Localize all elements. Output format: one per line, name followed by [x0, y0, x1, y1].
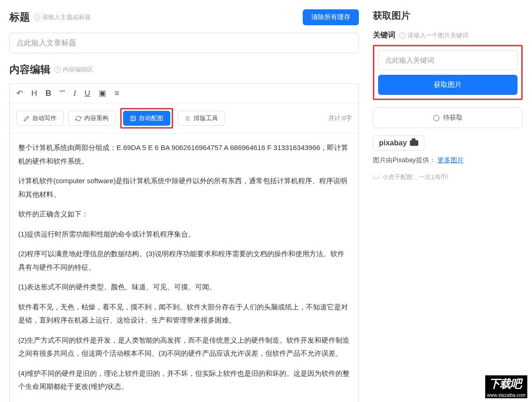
provider-name: pixabay	[379, 139, 407, 147]
content-hint-text: 内容编辑区	[63, 65, 93, 74]
paragraph: (2)生产方式不同的软件是开发，是人类智能的高发挥，而不是传统意义上的硬件制造。…	[18, 334, 350, 360]
underline-icon[interactable]: U	[85, 89, 90, 98]
paragraph: 软件看不见，无色，枯燥，看不见，摸不到，闻不到。软件大部分存在于人们的头脑或纸上…	[18, 301, 350, 327]
paragraph: 软件的正确含义如下：	[18, 208, 350, 221]
more-images-link[interactable]: 更多图片	[437, 156, 464, 164]
keyword-hint: i 请输入一个图片关键词	[399, 31, 468, 40]
paragraph: 计算机软件(computer software)是指计算机系统中除硬件以外的所有…	[18, 174, 350, 201]
undo-icon[interactable]: ↶	[16, 88, 23, 98]
image-fetch-panel: 获取图片 关键词 i 请输入一个图片关键词 获取图片 待获取 pixabay 图…	[368, 0, 532, 402]
rebuild-label: 内容重构	[84, 114, 109, 122]
paragraph: (2)程序可以满意地处理信息的数据结构。(3)说明程序功能要求和程序需要的文档的…	[18, 247, 350, 274]
auto-image-label: 自动配图	[139, 114, 163, 122]
image-icon[interactable]: ▣	[99, 88, 106, 98]
pencil-icon	[23, 115, 29, 122]
layout-tool-label: 排版工具	[194, 114, 218, 122]
paragraph: (1)提供运行时所需功能和性能的命令或计算机程序集合。	[18, 228, 350, 241]
title-label: 标题	[9, 10, 30, 24]
status-label: 待获取	[443, 114, 463, 122]
watermark: 下载吧 www.xiazaiba.com	[485, 375, 527, 398]
article-title-input[interactable]	[9, 33, 359, 53]
title-hint-text: 请输入主题或标题	[42, 13, 91, 22]
footer-note: 小虎子配图，一次1淘币!	[373, 173, 523, 181]
camera-icon	[410, 140, 418, 146]
footer-text: 小虎子配图，一次1淘币!	[382, 173, 448, 181]
provider-line: 图片由Pixabay提供： 更多图片	[373, 156, 523, 165]
paragraph: (4)维护不同的硬件是旧的，理论上软件是旧的，并不坏，但实际上软件也是旧的和坏的…	[18, 367, 350, 394]
quote-icon[interactable]: “”	[60, 89, 65, 98]
title-header-row: 标题 i 请输入主题或标题 清除所有缓存	[9, 9, 359, 25]
provider-prefix: 图片由Pixabay提供：	[373, 156, 436, 164]
clear-cache-button[interactable]: 清除所有缓存	[303, 9, 359, 25]
info-icon: i	[34, 14, 40, 21]
layout-tool-button[interactable]: 排版工具	[178, 111, 225, 126]
word-count: 共计:0字	[328, 114, 352, 122]
fetch-image-button[interactable]: 获取图片	[378, 75, 517, 95]
content-label: 内容编辑	[9, 63, 51, 77]
count-prefix: 共计:	[328, 115, 343, 122]
paragraph: 整个计算机系统由两部分组成：E.69DA 5 E 6 BA 9062616964…	[18, 141, 350, 168]
highlight-keyword-panel: 获取图片	[373, 45, 523, 100]
highlight-auto-image: 自动配图	[120, 108, 173, 129]
content-area[interactable]: 整个计算机系统由两部分组成：E.69DA 5 E 6 BA 9062616964…	[10, 134, 358, 402]
heading-icon[interactable]: H	[31, 89, 37, 98]
pixabay-badge: pixabay	[373, 136, 424, 151]
auto-image-button[interactable]: 自动配图	[123, 111, 170, 126]
refresh-icon	[75, 115, 81, 122]
keyword-header: 关键词 i 请输入一个图片关键词	[373, 30, 523, 40]
keyword-hint-text: 请输入一个图片关键词	[408, 31, 468, 40]
info-icon: i	[399, 32, 406, 39]
bold-icon[interactable]: B	[45, 89, 51, 98]
status-button[interactable]: 待获取	[373, 108, 523, 128]
keyword-label: 关键词	[373, 30, 395, 40]
watermark-logo: 下载吧	[485, 375, 527, 392]
main-editor-panel: 标题 i 请输入主题或标题 清除所有缓存 内容编辑 i 内容编辑区 ↶ H B …	[0, 0, 368, 402]
editor-box: ↶ H B “” I U ▣ ≡ 自动写作 内容重构	[9, 83, 359, 402]
auto-write-label: 自动写作	[32, 114, 57, 122]
fetch-title: 获取图片	[373, 9, 523, 22]
watermark-url: www.xiazaiba.com	[485, 392, 527, 398]
italic-icon[interactable]: I	[73, 89, 76, 98]
bowl-icon	[373, 175, 379, 179]
content-header-row: 内容编辑 i 内容编辑区	[9, 63, 359, 77]
format-toolbar: ↶ H B “” I U ▣ ≡	[10, 84, 358, 103]
keyword-input[interactable]	[378, 50, 517, 70]
title-hint: i 请输入主题或标题	[34, 13, 91, 22]
svg-point-1	[132, 117, 133, 118]
content-hint: i 内容编辑区	[54, 65, 93, 74]
layout-icon	[185, 115, 191, 122]
align-icon[interactable]: ≡	[115, 89, 119, 98]
circle-icon	[433, 115, 439, 121]
info-icon: i	[54, 66, 61, 73]
action-toolbar: 自动写作 内容重构 自动配图 排版工具	[10, 103, 358, 134]
paragraph: (1)表达形式不同的硬件类型、颜色、味道、可见、可摸、可闻。	[18, 280, 350, 294]
count-value: 0字	[343, 115, 352, 122]
auto-write-button[interactable]: 自动写作	[16, 111, 64, 126]
rebuild-button[interactable]: 内容重构	[68, 111, 116, 126]
picture-icon	[130, 115, 136, 122]
